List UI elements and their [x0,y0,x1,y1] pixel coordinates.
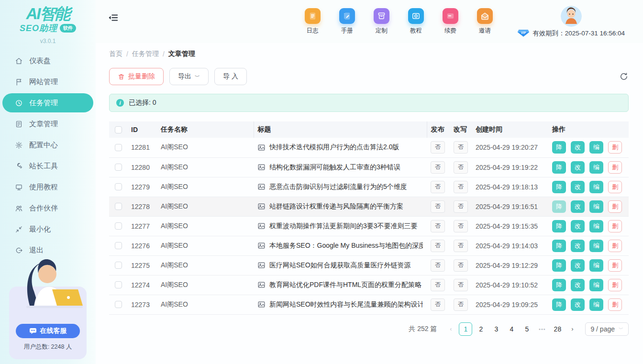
page-number[interactable]: 3 [489,322,503,336]
page-number[interactable]: 2 [474,322,488,336]
rewrite-tag[interactable]: 否 [454,240,468,252]
sidebar-item-tasks[interactable]: 任务管理 [2,93,93,112]
rewrite-tag[interactable]: 否 [454,220,468,232]
rewrite-tag[interactable]: 否 [454,259,468,272]
next-page-button[interactable]: › [566,322,578,336]
avatar[interactable] [561,6,582,27]
sidebar-item-articles[interactable]: 文章管理 [2,114,93,133]
delete-button[interactable]: 删 [608,298,622,311]
topbar-icon-renew[interactable]: 续费 [440,8,461,35]
demote-button[interactable]: 降 [552,200,566,213]
sidebar-item-websites[interactable]: 网站管理 [2,72,93,91]
topbar-icon-invite[interactable]: 邀请 [474,8,495,35]
edit-button[interactable]: 编 [589,181,603,193]
sidebar-item-partners[interactable]: 合作伙伴 [2,199,93,218]
rewrite-tag[interactable]: 否 [454,161,468,174]
delete-button[interactable]: 删 [608,141,622,154]
rewrite-tag[interactable]: 否 [454,181,468,193]
online-service-button[interactable]: 在线客服 [16,324,80,338]
rewrite-tag[interactable]: 否 [454,279,468,291]
publish-tag[interactable]: 否 [431,181,445,193]
rewrite-button[interactable]: 改 [571,181,585,193]
demote-button[interactable]: 降 [552,161,566,174]
sidebar-item-logout[interactable]: 退出 [2,241,93,260]
sidebar-item-dashboard[interactable]: 仪表盘 [2,51,93,70]
sidebar-item-minimize[interactable]: 最小化 [2,220,93,239]
publish-tag[interactable]: 否 [431,141,445,154]
row-checkbox[interactable] [115,242,122,249]
sidebar-item-webmaster-tools[interactable]: 站长工具 [2,156,93,176]
edit-button[interactable]: 编 [589,298,603,311]
publish-tag[interactable]: 否 [431,240,445,252]
page-number[interactable]: 5 [520,322,533,336]
rewrite-button[interactable]: 改 [571,298,585,311]
sidebar-item-tutorial[interactable]: 使用教程 [2,177,93,197]
demote-button[interactable]: 降 [552,298,566,311]
topbar-icon-manual[interactable]: 手册 [336,8,357,35]
demote-button[interactable]: 降 [552,259,566,272]
breadcrumb-tasks[interactable]: 任务管理 [132,50,159,58]
delete-button[interactable]: 删 [608,220,622,232]
rewrite-button[interactable]: 改 [571,161,585,174]
table-row: 12279 AI阁SEO 恶意点击防御识别与过滤刷流量行为的5个维度 否 否 2… [109,177,629,197]
edit-button[interactable]: 编 [589,279,603,291]
demote-button[interactable]: 降 [552,220,566,232]
batch-delete-button[interactable]: 批量删除 [109,68,164,85]
page-number[interactable]: 4 [505,322,518,336]
select-all-checkbox[interactable] [115,126,122,133]
edit-button[interactable]: 编 [589,141,603,154]
edit-button[interactable]: 编 [589,161,603,174]
page-number[interactable]: 28 [551,322,564,336]
rewrite-button[interactable]: 改 [571,200,585,213]
delete-button[interactable]: 删 [608,279,622,291]
page-number[interactable]: 1 [459,322,472,336]
rewrite-button[interactable]: 改 [571,279,585,291]
rewrite-button[interactable]: 改 [571,240,585,252]
row-checkbox[interactable] [115,183,122,190]
topbar-icon-tutorial[interactable]: 教程 [405,8,426,35]
row-checkbox[interactable] [115,262,122,269]
rewrite-tag[interactable]: 否 [454,298,468,311]
breadcrumb-home[interactable]: 首页 [109,50,122,58]
delete-button[interactable]: 删 [608,259,622,272]
refresh-icon[interactable] [619,72,629,81]
publish-tag[interactable]: 否 [431,220,445,232]
demote-button[interactable]: 降 [552,181,566,193]
row-checkbox[interactable] [115,144,122,151]
rewrite-tag[interactable]: 否 [454,141,468,154]
row-checkbox[interactable] [115,301,122,308]
page-size-select[interactable]: 9 / page ﹀ [585,322,629,336]
row-checkbox[interactable] [115,203,122,210]
rewrite-button[interactable]: 改 [571,220,585,232]
minimize-icon [15,225,23,233]
sidebar-item-config[interactable]: 配置中心 [2,135,93,154]
edit-button[interactable]: 编 [589,200,603,213]
row-checkbox[interactable] [115,222,122,230]
topbar-icon-custom[interactable]: 定制 [371,8,392,35]
demote-button[interactable]: 降 [552,240,566,252]
rewrite-button[interactable]: 改 [571,141,585,154]
rewrite-tag[interactable]: 否 [454,200,468,213]
topbar-icon-log[interactable]: 日志 [302,8,323,35]
row-checkbox[interactable] [115,164,122,171]
publish-tag[interactable]: 否 [431,200,445,213]
delete-button[interactable]: 删 [608,200,622,213]
collapse-sidebar-icon[interactable] [108,12,119,23]
publish-tag[interactable]: 否 [431,298,445,311]
rewrite-button[interactable]: 改 [571,259,585,272]
edit-button[interactable]: 编 [589,259,603,272]
delete-button[interactable]: 删 [608,240,622,252]
edit-button[interactable]: 编 [589,240,603,252]
demote-button[interactable]: 降 [552,141,566,154]
export-button[interactable]: 导出 ﹀ [169,68,209,85]
edit-button[interactable]: 编 [589,220,603,232]
demote-button[interactable]: 降 [552,279,566,291]
delete-button[interactable]: 删 [608,161,622,174]
publish-tag[interactable]: 否 [431,259,445,272]
import-button[interactable]: 导 入 [214,68,247,85]
publish-tag[interactable]: 否 [431,279,445,291]
row-checkbox[interactable] [115,281,122,288]
publish-tag[interactable]: 否 [431,161,445,174]
prev-page-button[interactable]: ‹ [444,322,457,336]
delete-button[interactable]: 删 [608,181,622,193]
